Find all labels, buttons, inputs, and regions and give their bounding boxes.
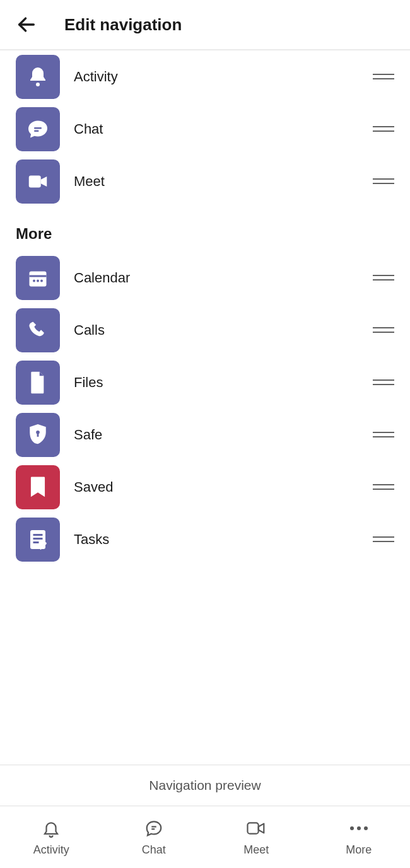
drag-handle-icon[interactable] bbox=[373, 432, 394, 437]
nav-item-tasks[interactable]: Tasks bbox=[0, 513, 410, 565]
nav-item-activity[interactable]: Activity bbox=[0, 50, 410, 103]
drag-handle-icon[interactable] bbox=[373, 379, 394, 385]
drag-handle-icon[interactable] bbox=[373, 74, 394, 79]
svg-point-8 bbox=[33, 279, 35, 282]
shield-icon bbox=[16, 413, 60, 457]
bookmark-icon bbox=[16, 465, 60, 509]
drag-handle-icon[interactable] bbox=[373, 327, 394, 333]
calendar-icon bbox=[16, 256, 60, 300]
nav-item-calendar[interactable]: Calendar bbox=[0, 252, 410, 304]
svg-rect-7 bbox=[30, 275, 47, 277]
drag-handle-icon[interactable] bbox=[373, 275, 394, 281]
svg-rect-19 bbox=[248, 823, 259, 833]
svg-rect-15 bbox=[33, 538, 43, 540]
tasks-icon bbox=[16, 518, 60, 562]
chat-icon bbox=[16, 107, 60, 151]
video-outline-icon bbox=[245, 818, 267, 839]
svg-point-10 bbox=[40, 279, 43, 282]
nav-item-meet[interactable]: Meet bbox=[0, 155, 410, 207]
drag-handle-icon[interactable] bbox=[373, 484, 394, 490]
nav-item-label: Calls bbox=[74, 322, 359, 339]
nav-item-label: Safe bbox=[74, 427, 359, 443]
phone-icon bbox=[16, 308, 60, 352]
primary-list: Activity Chat Meet bbox=[0, 50, 410, 207]
bell-outline-icon bbox=[40, 818, 62, 839]
nav-item-label: Calendar bbox=[74, 270, 359, 286]
nav-list-scroll: Activity Chat Meet More Calendar bbox=[0, 50, 410, 765]
navigation-preview-label: Navigation preview bbox=[0, 765, 410, 806]
bottom-nav-activity[interactable]: Activity bbox=[0, 806, 103, 868]
nav-item-label: Meet bbox=[74, 173, 359, 190]
nav-item-label: Chat bbox=[74, 121, 359, 137]
bottom-nav-label: Chat bbox=[142, 843, 166, 857]
bottom-nav-more[interactable]: More bbox=[308, 806, 411, 868]
page-title: Edit navigation bbox=[64, 15, 182, 35]
svg-point-9 bbox=[37, 279, 39, 282]
more-section-header: More bbox=[0, 207, 410, 252]
bottom-nav-label: More bbox=[346, 843, 372, 857]
svg-point-1 bbox=[36, 83, 40, 86]
bottom-nav: ActivityChatMeetMore bbox=[0, 806, 410, 868]
bottom-nav-label: Meet bbox=[243, 843, 269, 857]
nav-item-label: Activity bbox=[74, 69, 359, 85]
nav-item-calls[interactable]: Calls bbox=[0, 304, 410, 356]
nav-item-files[interactable]: Files bbox=[0, 356, 410, 408]
nav-item-label: Tasks bbox=[74, 531, 359, 548]
back-button[interactable] bbox=[13, 11, 40, 38]
bell-icon bbox=[16, 55, 60, 99]
more-list: Calendar Calls Files Safe bbox=[0, 252, 410, 565]
file-icon bbox=[16, 361, 60, 405]
svg-rect-16 bbox=[33, 541, 39, 543]
bottom-nav-meet[interactable]: Meet bbox=[205, 806, 308, 868]
bottom-nav-chat[interactable]: Chat bbox=[103, 806, 206, 868]
header: Edit navigation bbox=[0, 0, 410, 50]
bottom-nav-label: Activity bbox=[33, 843, 69, 857]
drag-handle-icon[interactable] bbox=[373, 536, 394, 542]
drag-handle-icon[interactable] bbox=[373, 126, 394, 132]
video-icon bbox=[16, 159, 60, 204]
nav-item-label: Files bbox=[74, 374, 359, 391]
nav-item-safe[interactable]: Safe bbox=[0, 408, 410, 461]
svg-rect-14 bbox=[33, 534, 43, 536]
drag-handle-icon[interactable] bbox=[373, 178, 394, 184]
nav-item-chat[interactable]: Chat bbox=[0, 103, 410, 155]
svg-rect-4 bbox=[29, 175, 41, 187]
svg-rect-12 bbox=[37, 433, 39, 437]
back-arrow-icon bbox=[16, 14, 37, 35]
nav-item-saved[interactable]: Saved bbox=[0, 461, 410, 513]
chat-outline-icon bbox=[143, 818, 165, 839]
svg-rect-2 bbox=[34, 127, 42, 129]
nav-item-label: Saved bbox=[74, 479, 359, 495]
svg-rect-3 bbox=[34, 130, 39, 132]
more-dots-icon bbox=[348, 818, 370, 839]
